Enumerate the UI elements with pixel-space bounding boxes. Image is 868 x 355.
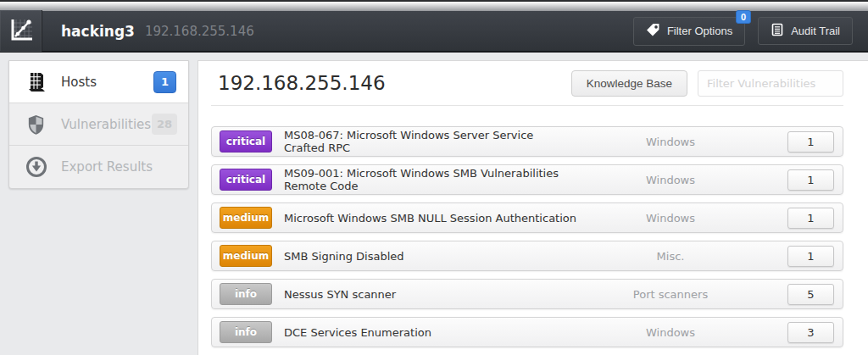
vulnerability-category: Windows: [577, 326, 764, 339]
vulnerability-title: MS08-067: Microsoft Windows Server Servi…: [284, 129, 577, 154]
vulnerability-row[interactable]: critical MS09-001: Microsoft Windows SMB…: [211, 164, 843, 195]
severity-badge: medium: [220, 245, 272, 267]
sidebar-item-vulnerabilities[interactable]: Vulnerabilities 28: [9, 103, 188, 146]
vulnerabilities-count-badge: 28: [152, 114, 177, 135]
sidebar: Hosts 1 Vulnerabilities 28 Export Result…: [8, 60, 189, 189]
main-panel: 192.168.255.146 Knowledge Base critical …: [198, 60, 868, 355]
hosts-count-badge: 1: [153, 71, 176, 93]
vulnerability-category: Windows: [577, 136, 764, 148]
vulnerability-category: Windows: [577, 174, 764, 186]
vulnerability-title: MS09-001: Microsoft Windows SMB Vulnerab…: [284, 167, 577, 192]
filter-options-button[interactable]: Filter Options 0: [633, 17, 745, 46]
app-logo[interactable]: [0, 10, 42, 52]
vulnerability-title: Microsoft Windows SMB NULL Session Authe…: [284, 212, 577, 225]
vulnerability-list: critical MS08-067: Microsoft Windows Ser…: [211, 126, 843, 355]
scan-title: hacking3: [61, 23, 135, 40]
scan-subtitle-ip: 192.168.255.146: [145, 24, 633, 39]
vulnerability-row[interactable]: critical MS08-067: Microsoft Windows Ser…: [211, 126, 843, 157]
navbar: hacking3 192.168.255.146 Filter Options …: [0, 11, 868, 53]
vulnerability-count-button[interactable]: 1: [787, 131, 834, 153]
severity-badge: info: [220, 283, 272, 305]
audit-trail-button[interactable]: Audit Trail: [758, 17, 853, 45]
vulnerability-row[interactable]: medium Microsoft Windows SMB NULL Sessio…: [211, 202, 843, 233]
severity-badge: info: [220, 321, 272, 343]
vulnerability-category: Windows: [577, 212, 764, 225]
severity-badge: critical: [220, 130, 272, 153]
filter-vulnerabilities-input[interactable]: [698, 70, 843, 97]
vulnerability-title: Nessus SYN scanner: [284, 288, 577, 301]
sidebar-item-label: Hosts: [61, 75, 153, 90]
download-circle-icon: [25, 156, 47, 178]
vulnerability-row[interactable]: medium SMB Signing Disabled Misc. 1: [211, 241, 843, 271]
filter-options-label: Filter Options: [667, 25, 732, 37]
vulnerability-row[interactable]: info DCE Services Enumeration Windows 3: [211, 317, 843, 347]
knowledge-base-button[interactable]: Knowledge Base: [571, 70, 687, 97]
vulnerability-title: SMB Signing Disabled: [284, 250, 577, 263]
page-title-host-ip: 192.168.255.146: [211, 72, 571, 94]
severity-badge: medium: [220, 207, 272, 229]
shield-icon: [25, 114, 47, 136]
vulnerability-category: Port scanners: [577, 288, 764, 301]
tag-icon: [646, 23, 660, 40]
sidebar-item-export-results[interactable]: Export Results: [9, 146, 188, 188]
vulnerability-count-button[interactable]: 1: [787, 208, 834, 229]
vulnerability-category: Misc.: [577, 250, 764, 263]
vulnerability-count-button[interactable]: 1: [787, 169, 834, 191]
severity-badge: critical: [220, 169, 272, 191]
audit-trail-label: Audit Trail: [791, 25, 840, 37]
chart-logo-icon: [8, 17, 34, 46]
buildings-icon: [25, 71, 47, 93]
vulnerability-row[interactable]: info Nessus SYN scanner Port scanners 5: [211, 279, 843, 309]
sidebar-item-label: Vulnerabilities: [61, 117, 152, 132]
vulnerability-count-button[interactable]: 5: [787, 284, 834, 305]
main-header: 192.168.255.146 Knowledge Base: [211, 61, 843, 106]
filter-count-badge: 0: [736, 10, 751, 24]
sidebar-item-label: Export Results: [61, 159, 188, 175]
vulnerability-title: DCE Services Enumeration: [284, 326, 577, 339]
vulnerability-count-button[interactable]: 1: [787, 246, 834, 267]
audit-list-icon: [771, 23, 784, 39]
vulnerability-count-button[interactable]: 3: [787, 322, 834, 343]
sidebar-item-hosts[interactable]: Hosts 1: [9, 61, 188, 103]
